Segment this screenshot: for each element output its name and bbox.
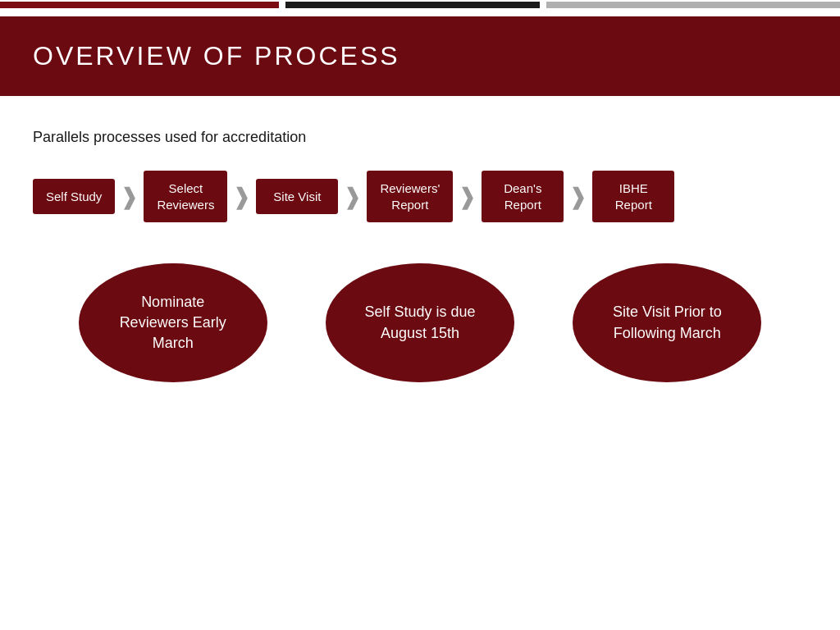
step-ibhe-report: IBHEReport <box>592 171 674 222</box>
top-bars <box>0 0 840 10</box>
bar-black <box>285 2 540 8</box>
arrow-1: ❱ <box>120 185 139 208</box>
oval-site-visit-prior: Site Visit Prior toFollowing March <box>573 263 761 382</box>
main-content: Parallels processes used for accreditati… <box>0 96 840 407</box>
oval-nominate: NominateReviewers EarlyMarch <box>79 263 267 382</box>
bar-red <box>0 2 279 8</box>
arrow-2: ❱ <box>232 185 251 208</box>
arrow-4: ❱ <box>458 185 477 208</box>
oval-self-study-due: Self Study is dueAugust 15th <box>326 263 514 382</box>
step-select-reviewers: SelectReviewers <box>144 171 227 222</box>
arrow-3: ❱ <box>343 185 362 208</box>
step-reviewers-report: Reviewers'Report <box>367 171 453 222</box>
subtitle: Parallels processes used for accreditati… <box>33 129 807 146</box>
arrow-5: ❱ <box>568 185 587 208</box>
step-site-visit: Site Visit <box>256 179 338 215</box>
ovals-row: NominateReviewers EarlyMarch Self Study … <box>33 263 807 382</box>
header-section: OVERVIEW OF PROCESS <box>0 16 840 96</box>
page-title: OVERVIEW OF PROCESS <box>33 41 807 71</box>
step-deans-report: Dean'sReport <box>482 171 564 222</box>
bar-gray <box>546 2 840 8</box>
step-self-study: Self Study <box>33 179 115 215</box>
process-flow: Self Study ❱ SelectReviewers ❱ Site Visi… <box>33 171 807 222</box>
